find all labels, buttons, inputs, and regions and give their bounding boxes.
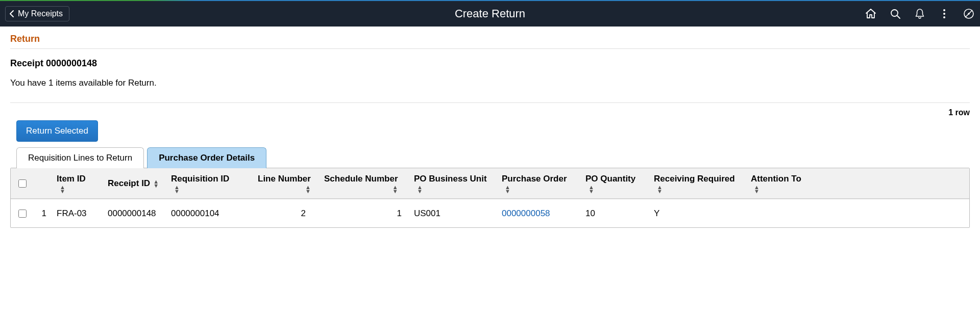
row-number: 1 [34,204,52,223]
cell-po-business-unit: US001 [409,204,497,223]
sort-icon[interactable]: ▲▼ [153,179,159,188]
page-title: Create Return [455,7,525,20]
column-schedule-number[interactable]: Schedule Number ▲▼ [319,170,409,197]
row-count-label: 1 row [10,108,970,117]
tab-bar: Requisition Lines to Return Purchase Ord… [16,147,970,168]
column-line-number[interactable]: Line Number ▲▼ [253,170,319,197]
column-purchase-order[interactable]: Purchase Order ▲▼ [497,170,580,197]
column-attention-to[interactable]: Attention To ▲▼ [746,170,809,197]
svg-point-5 [968,13,970,15]
sort-icon[interactable]: ▲▼ [657,185,735,193]
home-icon[interactable] [865,8,877,20]
chevron-left-icon [9,10,15,18]
more-icon[interactable] [938,8,950,20]
sort-icon[interactable]: ▲▼ [754,185,801,193]
column-po-business-unit[interactable]: PO Business Unit ▲▼ [409,170,497,197]
cell-po-quantity: 10 [580,204,649,223]
column-item-id-label: Item ID [57,174,86,184]
divider [10,102,970,103]
column-receipt-id-label: Receipt ID [108,178,150,189]
back-button-label: My Receipts [18,9,63,18]
sort-icon[interactable]: ▲▼ [417,185,487,193]
return-selected-button[interactable]: Return Selected [16,120,98,142]
receipt-label: Receipt 0000000148 [10,58,970,69]
column-receiving-required[interactable]: Receiving Required ▲▼ [649,170,746,197]
column-item-id[interactable]: Item ID ▲▼ [52,170,103,197]
section-title: Return [10,34,970,49]
cell-attention-to [746,210,809,218]
column-line-number-label: Line Number [258,174,311,184]
svg-point-1 [943,9,945,11]
sort-icon[interactable]: ▲▼ [305,185,311,193]
table-row: 1 FRA-03 0000000148 0000000104 2 1 US001… [11,199,969,227]
data-grid: Item ID ▲▼ Receipt ID ▲▼ Requisition ID … [10,168,970,228]
cell-purchase-order: 0000000058 [497,204,580,223]
row-select-cell [11,205,34,222]
sort-icon[interactable]: ▲▼ [505,185,567,193]
tab-requisition-lines[interactable]: Requisition Lines to Return [16,147,144,168]
back-button[interactable]: My Receipts [5,6,69,21]
compass-icon[interactable] [963,8,975,20]
svg-point-2 [943,13,945,15]
sort-icon[interactable]: ▲▼ [589,185,635,193]
cell-receiving-required: Y [649,204,746,223]
notifications-icon[interactable] [914,8,926,20]
column-requisition-id[interactable]: Requisition ID ▲▼ [166,170,253,197]
row-select-checkbox[interactable] [18,210,27,218]
cell-item-id: FRA-03 [52,204,103,223]
column-rownum [34,179,52,188]
search-icon[interactable] [889,8,901,20]
column-po-business-unit-label: PO Business Unit [414,174,487,184]
select-all-cell [11,175,34,192]
cell-schedule-number: 1 [319,204,409,223]
svg-point-3 [943,16,945,18]
sort-icon[interactable]: ▲▼ [60,185,86,193]
header-icons [865,8,975,20]
header-bar: My Receipts Create Return [0,1,980,27]
tab-purchase-order-details[interactable]: Purchase Order Details [147,147,266,168]
purchase-order-link[interactable]: 0000000058 [502,209,550,219]
column-requisition-id-label: Requisition ID [171,174,229,184]
sort-icon[interactable]: ▲▼ [393,185,398,193]
cell-requisition-id: 0000000104 [166,204,253,223]
column-receiving-required-label: Receiving Required [654,174,735,184]
column-schedule-number-label: Schedule Number [324,174,398,184]
column-attention-to-label: Attention To [751,174,801,184]
column-receipt-id[interactable]: Receipt ID ▲▼ [103,174,166,193]
content-area: Return Receipt 0000000148 You have 1 ite… [0,27,980,235]
column-po-quantity-label: PO Quantity [585,174,635,184]
cell-line-number: 2 [253,204,319,223]
sort-icon[interactable]: ▲▼ [174,185,229,193]
items-available-message: You have 1 items available for Return. [10,78,970,100]
column-po-quantity[interactable]: PO Quantity ▲▼ [580,170,649,197]
column-purchase-order-label: Purchase Order [502,174,567,184]
cell-receipt-id: 0000000148 [103,204,166,223]
grid-header-row: Item ID ▲▼ Receipt ID ▲▼ Requisition ID … [11,168,969,199]
select-all-checkbox[interactable] [18,179,27,188]
